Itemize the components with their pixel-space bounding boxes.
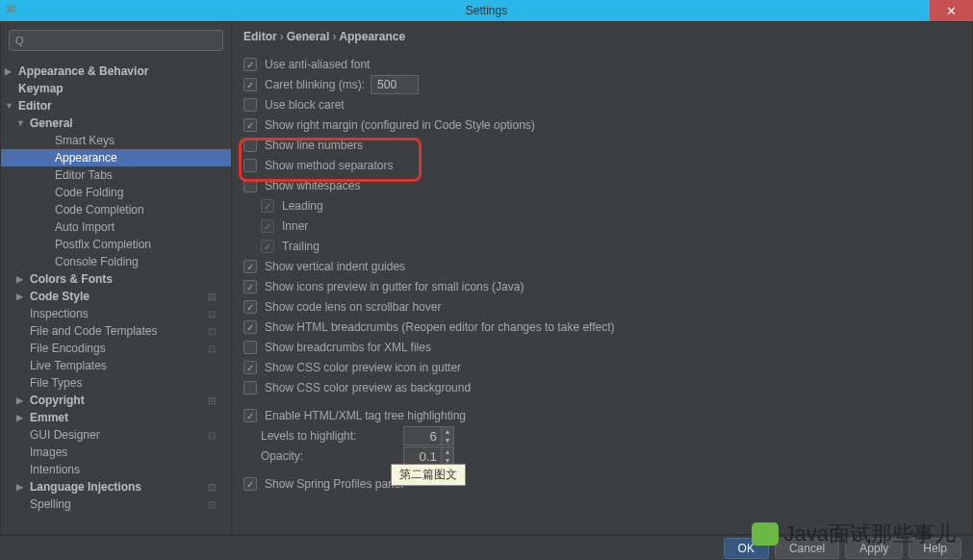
tree-code-folding[interactable]: Code Folding bbox=[1, 184, 231, 201]
tree-file-code-templates[interactable]: File and Code Templates⊡ bbox=[1, 322, 231, 340]
checkbox-code-lens[interactable] bbox=[243, 300, 257, 314]
gear-icon: ⊡ bbox=[208, 430, 216, 441]
help-button[interactable]: Help bbox=[909, 538, 961, 559]
close-button[interactable]: ✕ bbox=[930, 0, 973, 21]
tree-code-style[interactable]: ▶Code Style⊡ bbox=[1, 288, 231, 305]
tree-keymap[interactable]: Keymap bbox=[1, 80, 231, 97]
label-whitespaces: Show whitespaces bbox=[265, 179, 360, 192]
tree-live-templates[interactable]: Live Templates bbox=[1, 357, 231, 374]
label-block-caret: Use block caret bbox=[265, 98, 345, 112]
label-line-numbers: Show line numbers bbox=[265, 139, 363, 152]
label-anti-aliased: Use anti-aliased font bbox=[265, 58, 370, 71]
checkbox-css-bg[interactable] bbox=[243, 381, 257, 395]
label-leading: Leading bbox=[282, 199, 323, 213]
tree-emmet[interactable]: ▶Emmet bbox=[1, 409, 231, 426]
app-icon: ⌘ bbox=[6, 3, 21, 18]
label-icons-preview: Show icons preview in gutter for small i… bbox=[265, 280, 524, 293]
spinner-down-icon[interactable]: ▼ bbox=[442, 436, 453, 445]
checkbox-line-numbers[interactable] bbox=[243, 139, 257, 152]
window-title: Settings bbox=[466, 4, 507, 17]
label-vertical-indent: Show vertical indent guides bbox=[265, 260, 405, 273]
tree-language-injections[interactable]: ▶Language Injections⊡ bbox=[1, 478, 231, 496]
tree-auto-import[interactable]: Auto Import bbox=[1, 218, 231, 236]
label-trailing: Trailing bbox=[282, 240, 320, 253]
spinner-levels[interactable]: ▲▼ bbox=[403, 426, 454, 445]
tree-spelling[interactable]: Spelling⊡ bbox=[1, 496, 231, 513]
tree-code-completion[interactable]: Code Completion bbox=[1, 201, 231, 218]
tree-file-encodings[interactable]: File Encodings⊡ bbox=[1, 340, 231, 357]
tree-editor[interactable]: ▼Editor bbox=[1, 97, 231, 115]
checkbox-block-caret[interactable] bbox=[243, 98, 257, 112]
checkbox-trailing[interactable] bbox=[261, 240, 274, 253]
input-caret-blinking[interactable] bbox=[371, 75, 419, 94]
label-spring-profiles: Show Spring Profiles panel bbox=[265, 477, 403, 491]
tree-editor-tabs[interactable]: Editor Tabs bbox=[1, 166, 231, 184]
search-input[interactable]: Q bbox=[9, 30, 223, 51]
label-right-margin: Show right margin (configured in Code St… bbox=[265, 118, 535, 132]
search-icon: Q bbox=[15, 35, 24, 46]
gear-icon: ⊡ bbox=[208, 482, 216, 493]
checkbox-html-breadcrumbs[interactable] bbox=[243, 320, 257, 334]
titlebar: ⌘ Settings ✕ bbox=[0, 0, 973, 21]
checkbox-css-gutter[interactable] bbox=[243, 361, 257, 374]
label-css-bg: Show CSS color preview as background bbox=[265, 381, 471, 395]
tree-copyright[interactable]: ▶Copyright⊡ bbox=[1, 392, 231, 409]
checkbox-method-separators[interactable] bbox=[243, 159, 257, 172]
label-html-breadcrumbs: Show HTML breadcrumbs (Reopen editor for… bbox=[265, 320, 615, 334]
tree-inspections[interactable]: Inspections⊡ bbox=[1, 305, 231, 322]
content-pane: Editor›General›Appearance Use anti-alias… bbox=[232, 22, 972, 534]
label-xml-breadcrumbs: Show breadcrumbs for XML files bbox=[265, 341, 431, 354]
spinner-up-icon[interactable]: ▲ bbox=[442, 447, 453, 456]
label-tag-tree: Enable HTML/XML tag tree highlighting bbox=[265, 409, 466, 422]
checkbox-whitespaces[interactable] bbox=[243, 179, 257, 192]
checkbox-vertical-indent[interactable] bbox=[243, 260, 257, 273]
spinner-opacity[interactable]: ▲▼ bbox=[403, 446, 454, 466]
gear-icon: ⊡ bbox=[208, 326, 216, 337]
spinner-up-icon[interactable]: ▲ bbox=[442, 427, 453, 436]
label-caret-blinking: Caret blinking (ms): bbox=[265, 78, 365, 91]
sidebar: Q ▶Appearance & Behavior Keymap ▼Editor … bbox=[1, 22, 232, 534]
checkbox-right-margin[interactable] bbox=[243, 118, 257, 132]
checkbox-icons-preview[interactable] bbox=[243, 280, 257, 293]
apply-button[interactable]: Apply bbox=[845, 538, 903, 559]
gear-icon: ⊡ bbox=[208, 499, 216, 510]
label-inner: Inner bbox=[282, 219, 308, 233]
checkbox-spring-profiles[interactable] bbox=[243, 477, 257, 491]
tree-appearance-behavior[interactable]: ▶Appearance & Behavior bbox=[1, 63, 231, 80]
gear-icon: ⊡ bbox=[208, 395, 216, 406]
tree-file-types[interactable]: File Types bbox=[1, 374, 231, 392]
checkbox-xml-breadcrumbs[interactable] bbox=[243, 341, 257, 354]
label-css-gutter: Show CSS color preview icon in gutter bbox=[265, 361, 461, 374]
checkbox-tag-tree[interactable] bbox=[243, 409, 257, 422]
footer: OK Cancel Apply Help bbox=[0, 535, 973, 560]
tree-colors-fonts[interactable]: ▶Colors & Fonts bbox=[1, 270, 231, 288]
label-levels: Levels to highlight: bbox=[261, 429, 396, 443]
ok-button[interactable]: OK bbox=[724, 538, 769, 559]
tree-gui-designer[interactable]: GUI Designer⊡ bbox=[1, 426, 231, 444]
label-code-lens: Show code lens on scrollbar hover bbox=[265, 300, 441, 314]
tree-postfix-completion[interactable]: Postfix Completion bbox=[1, 236, 231, 253]
tree-intentions[interactable]: Intentions bbox=[1, 461, 231, 478]
checkbox-inner[interactable] bbox=[261, 219, 274, 233]
checkbox-leading[interactable] bbox=[261, 199, 274, 213]
cancel-button[interactable]: Cancel bbox=[775, 538, 839, 559]
checkbox-caret-blinking[interactable] bbox=[243, 78, 257, 91]
label-method-separators: Show method separators bbox=[265, 159, 393, 172]
tree-appearance[interactable]: Appearance bbox=[1, 149, 231, 166]
settings-tree: ▶Appearance & Behavior Keymap ▼Editor ▼G… bbox=[1, 59, 231, 534]
tree-general[interactable]: ▼General bbox=[1, 115, 231, 132]
tooltip: 第二篇图文 bbox=[391, 464, 466, 486]
tree-images[interactable]: Images bbox=[1, 444, 231, 461]
breadcrumb: Editor›General›Appearance bbox=[243, 30, 960, 43]
tree-smart-keys[interactable]: Smart Keys bbox=[1, 132, 231, 149]
checkbox-anti-aliased[interactable] bbox=[243, 58, 257, 71]
tree-console-folding[interactable]: Console Folding bbox=[1, 253, 231, 270]
gear-icon: ⊡ bbox=[208, 344, 216, 354]
gear-icon: ⊡ bbox=[208, 292, 216, 302]
gear-icon: ⊡ bbox=[208, 309, 216, 319]
label-opacity: Opacity: bbox=[261, 449, 396, 463]
